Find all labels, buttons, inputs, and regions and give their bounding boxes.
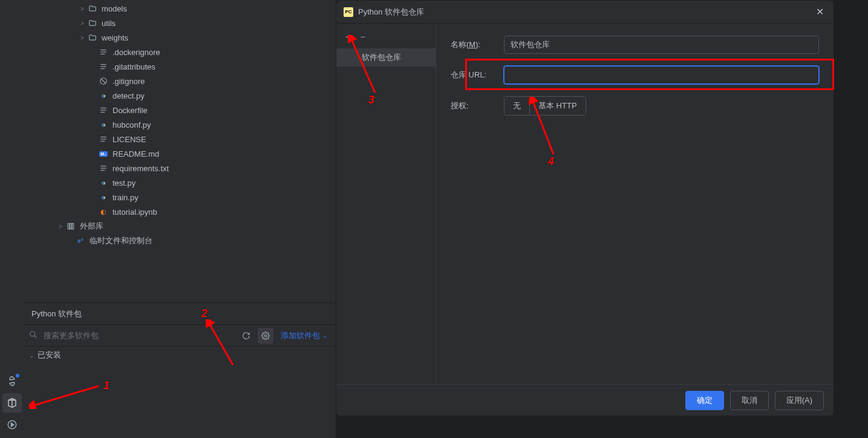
py-icon: ●● [98,192,109,203]
dialog-header: PC Python 软件包仓库 ✕ [336,1,834,24]
auth-segmented: 无 基本 HTTP [504,96,586,116]
pycharm-icon: PC [344,7,353,17]
txt-icon [98,134,109,145]
tree-item[interactable]: M↓README.md [24,146,336,161]
svg-line-9 [102,79,106,83]
tree-item-label: train.py [113,193,139,202]
chevron-icon: > [77,20,87,27]
project-tree: >models>utils>weights.dockerignore.gitat… [24,0,336,302]
python-packages-icon[interactable] [2,393,22,413]
refresh-icon[interactable] [238,328,254,344]
repo-list-item[interactable]: 软件包仓库 [336,48,436,67]
folder-icon [87,32,98,43]
dialog-right-panel: 名称(M): 仓库 URL: 授权: 无 基本 HTTP [436,24,834,384]
scratch-icon: ≡° [75,235,86,246]
remove-icon[interactable]: － [358,31,368,44]
txt-icon [98,105,109,116]
packages-header: Python 软件包 [24,303,336,325]
tree-item[interactable]: >models [24,1,336,16]
tree-item[interactable]: ●●hubconf.py [24,117,336,132]
cancel-button[interactable]: 取消 [730,391,769,410]
txt-icon [98,47,109,57]
txt-icon [98,61,109,72]
folder-icon [87,18,98,28]
chevron-icon: > [77,34,87,41]
url-input[interactable] [504,66,819,84]
chevron-down-icon: ⌄ [322,332,327,339]
ok-button[interactable]: 确定 [685,391,724,410]
svg-rect-19 [68,223,69,229]
url-row: 仓库 URL: [451,66,819,84]
installed-section[interactable]: ⌄ 已安装 [24,347,336,364]
svg-point-22 [30,332,35,336]
py-icon: ●● [98,119,109,130]
tree-item[interactable]: ●●detect.py [24,88,336,103]
tree-item-label: 外部库 [80,221,103,232]
dialog-body: ＋ － 软件包仓库 名称(M): 仓库 URL: 授权: 无 [336,24,834,384]
auth-row: 授权: 无 基本 HTTP [451,96,819,116]
apply-button[interactable]: 应用(A) [775,391,824,410]
tree-item[interactable]: ●●train.py [24,190,336,204]
chevron-icon: > [56,223,65,230]
py-icon: ●● [98,177,109,188]
tree-item-label: detect.py [113,91,145,100]
tree-item-label: utils [102,19,116,28]
tree-item-label: 临时文件和控制台 [90,235,152,246]
tree-item-label: tutorial.ipynb [113,208,157,217]
tool-sidebar [0,0,24,438]
svg-marker-1 [11,423,15,427]
services-icon[interactable] [2,415,22,434]
tree-item[interactable]: ≡°临时文件和控制台 [24,234,336,248]
search-input[interactable] [41,328,235,342]
packages-toolbar: 添加软件包 ⌄ [24,325,336,347]
python-console-icon[interactable] [2,371,22,391]
tree-item-label: .gitattributes [113,62,155,71]
tree-item[interactable]: Dockerfile [24,103,336,117]
url-label: 仓库 URL: [451,70,497,80]
tree-item-label: .dockerignore [113,48,160,57]
settings-icon[interactable] [258,328,273,344]
auth-none-button[interactable]: 无 [504,97,530,115]
tree-item-label: models [102,4,127,13]
svg-rect-20 [70,223,71,229]
jupyter-icon: ◐ [98,206,109,217]
dialog-title: Python 软件包仓库 [358,7,424,18]
add-package-link[interactable]: 添加软件包 ⌄ [277,330,331,341]
tree-item-label: weights [102,33,128,42]
chevron-icon: > [77,5,87,12]
dialog-left-panel: ＋ － 软件包仓库 [336,24,436,384]
txt-icon [98,163,109,174]
tree-item-label: README.md [113,149,159,159]
tree-item[interactable]: .gitignore [24,74,336,88]
tree-item-label: requirements.txt [113,164,169,173]
name-input[interactable] [504,36,819,54]
svg-point-24 [264,335,267,337]
add-icon[interactable]: ＋ [344,31,353,44]
tree-item[interactable]: >weights [24,30,336,45]
name-label: 名称(M): [451,39,497,50]
tree-item[interactable]: .dockerignore [24,45,336,59]
tree-item-label: .gitignore [113,77,145,86]
packages-title: Python 软件包 [31,309,82,319]
tree-item[interactable]: requirements.txt [24,161,336,175]
dialog-left-toolbar: ＋ － [336,28,436,48]
tree-item[interactable]: .gitattributes [24,59,336,74]
py-icon: ●● [98,90,109,101]
name-row: 名称(M): [451,36,819,54]
close-icon[interactable]: ✕ [814,4,826,20]
tree-item[interactable]: ◐tutorial.ipynb [24,204,336,219]
tree-item-label: LICENSE [113,135,146,144]
svg-line-23 [34,336,37,338]
tree-item[interactable]: >外部库 [24,219,336,234]
lib-icon [65,221,76,232]
badge-dot [16,374,19,378]
auth-basic-button[interactable]: 基本 HTTP [530,97,586,115]
tree-item[interactable]: >utils [24,16,336,30]
dialog-footer: 确定 取消 应用(A) [336,384,834,416]
tree-item-label: test.py [113,178,135,188]
tree-item[interactable]: ●●test.py [24,175,336,190]
auth-label: 授权: [451,100,497,111]
chevron-down-icon: ⌄ [29,352,34,359]
tree-item[interactable]: LICENSE [24,132,336,146]
md-icon: M↓ [98,148,109,159]
